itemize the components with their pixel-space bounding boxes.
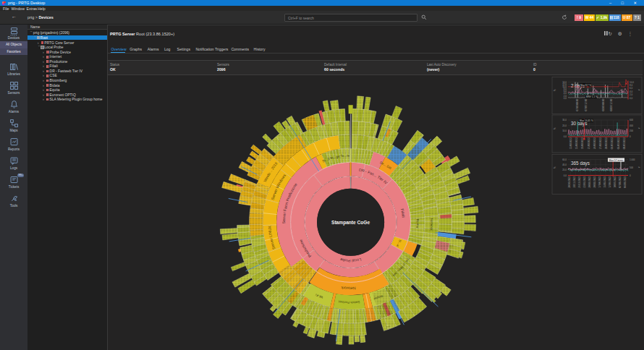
svg-text:0,0: 0,0 [564,135,567,138]
svg-text:27/08/2023: 27/08/2023 [599,137,602,149]
svg-text:12/06/2023: 12/06/2023 [609,176,611,187]
svg-text:04/09/2023: 04/09/2023 [624,176,627,187]
svg-text:200: 200 [630,129,633,132]
svg-text:Stampante CoGe: Stampante CoGe [331,220,370,226]
svg-text:26/12/2022: 26/12/2022 [578,176,581,187]
svg-text:Network: Network [429,218,433,231]
svg-text:8,0: 8,0 [630,84,633,87]
svg-text:40,0: 40,0 [562,163,567,166]
svg-text:Max 8,7 %: Max 8,7 % [580,84,591,87]
svg-text:05/09/2023: 05/09/2023 [617,137,620,149]
svg-text:500: 500 [630,166,633,169]
svg-text:2,0: 2,0 [630,93,633,96]
svg-text:%: % [554,166,556,168]
svg-text:0: 0 [630,174,631,177]
svg-text:10,0: 10,0 [630,81,634,84]
svg-text:20/03/2023: 20/03/2023 [593,176,596,187]
svg-text:365 days: 365 days [571,161,590,166]
svg-text:Roma: Roma [415,219,419,229]
svg-text:21/08/2023: 21/08/2023 [588,137,590,149]
svg-text:15/05/2023: 15/05/2023 [603,176,606,187]
svg-text:#: # [637,167,640,168]
svg-text:Network: Network [341,286,356,291]
svg-text:0,0: 0,0 [630,97,633,100]
svg-text:20,0: 20,0 [562,168,567,171]
svg-text:Max 14,45 %: Max 14,45 % [580,119,593,122]
svg-text:15/08/2023: 15/08/2023 [575,137,578,149]
svg-text:10/07/2023: 10/07/2023 [614,176,617,187]
svg-text:6,0: 6,0 [630,87,633,90]
svg-text:MSV 1,1 %: MSV 1,1 % [586,95,598,98]
svg-text:#: # [637,90,640,91]
svg-text:%: % [554,89,556,91]
svg-text:17/04/2023: 17/04/2023 [598,176,601,187]
svg-text:08/09 12:00: 08/09 12:00 [610,98,613,111]
svg-text:28/11/2022: 28/11/2022 [573,176,576,187]
svg-text:400: 400 [630,124,633,127]
svg-text:02/09/2023: 02/09/2023 [611,137,614,149]
svg-text:600: 600 [630,119,633,121]
svg-text:20/02/2023: 20/02/2023 [588,176,591,187]
svg-text:30/08/2023: 30/08/2023 [605,137,608,149]
svg-text:0: 0 [630,135,631,138]
svg-text:07/08/2023: 07/08/2023 [619,176,622,187]
svg-text:1.000: 1.000 [630,158,635,161]
svg-text:07/09 00:00: 07/09 00:00 [576,98,579,111]
svg-text:#: # [637,128,640,129]
svg-text:%: % [554,127,556,129]
svg-text:20,0: 20,0 [562,124,567,127]
svg-text:30,0: 30,0 [562,119,567,121]
svg-text:30/10/2022: 30/10/2022 [568,176,571,187]
svg-text:23/01/2023: 23/01/2023 [583,176,586,187]
svg-text:10,0: 10,0 [562,129,567,132]
svg-text:08/09 00:00: 08/09 00:00 [602,98,605,111]
svg-text:07/09 12:00: 07/09 12:00 [585,98,588,111]
svg-text:60,0: 60,0 [562,158,567,161]
svg-text:08/09/2023: 08/09/2023 [623,137,626,149]
svg-text:14,0: 14,0 [562,81,567,84]
svg-text:13/08/2023: 13/08/2023 [569,137,572,149]
svg-text:4,0: 4,0 [630,90,633,93]
svg-text:24/08/2023: 24/08/2023 [593,137,596,149]
svg-text:Max 57 msec: Max 57 msec [609,159,624,162]
svg-text:0,0: 0,0 [564,174,567,177]
